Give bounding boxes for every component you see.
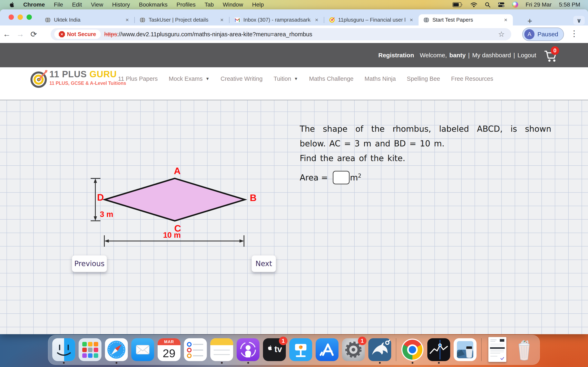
dock-trash-icon[interactable] — [513, 338, 536, 362]
arrowhead-left — [104, 239, 109, 243]
menu-profiles[interactable]: Profiles — [177, 1, 196, 8]
chrome-window: Uktek India × TaskUser | Project details… — [0, 9, 588, 334]
globe-favicon — [139, 17, 146, 23]
running-indicator — [221, 362, 223, 364]
tab-start-test-papers-active[interactable]: Start Test Papers × — [419, 14, 513, 25]
tab-overflow-chevron-icon[interactable]: ∨ — [573, 16, 585, 25]
menu-help[interactable]: Help — [252, 1, 264, 8]
answer-row: Area = m2 — [300, 170, 361, 185]
calendar-day-label: 29 — [158, 345, 181, 361]
address-bar[interactable]: × Not Secure https://www.dev2.11plusguru… — [51, 28, 511, 40]
back-icon[interactable]: ← — [0, 30, 13, 39]
dock-preview-photo-icon[interactable] — [454, 338, 476, 362]
siri-icon[interactable] — [512, 2, 518, 8]
wifi-icon[interactable] — [470, 2, 477, 7]
dock-chrome-icon[interactable] — [401, 338, 424, 362]
brand-target-logo-icon[interactable] — [30, 70, 48, 88]
dock-reminders-icon[interactable] — [184, 338, 207, 362]
dock-mail-icon[interactable] — [131, 338, 154, 362]
width-dimension-label: 10 m — [163, 231, 181, 239]
logout-link[interactable]: Logout — [518, 52, 536, 59]
tab-close-icon[interactable]: × — [124, 17, 130, 23]
dock-finder-icon[interactable] — [52, 338, 75, 362]
bookmark-star-icon[interactable]: ☆ — [495, 30, 508, 39]
apple-menu-icon[interactable] — [9, 2, 14, 8]
menu-app-name[interactable]: Chrome — [23, 1, 45, 8]
dock-minimized-document-icon[interactable] — [486, 338, 509, 362]
window-close-button[interactable] — [9, 15, 14, 20]
tab-11plusguru-financial[interactable]: 11plusguru – Financial user lo × — [324, 14, 419, 25]
menu-edit[interactable]: Edit — [72, 1, 82, 8]
nav-item-11-plus-papers[interactable]: 11 Plus Papers — [118, 75, 158, 82]
cart-button[interactable]: 0 — [542, 47, 560, 64]
dock: MAR 29 — [48, 335, 540, 365]
chevron-down-icon: ▼ — [294, 76, 298, 81]
tab-gmail-inbox[interactable]: Inbox (307) - ramprasadsarka × — [229, 14, 324, 25]
my-dashboard-link[interactable]: My dashboard — [472, 52, 511, 59]
dock-calendar-icon[interactable]: MAR 29 — [158, 338, 181, 362]
next-button[interactable]: Next — [251, 255, 276, 272]
tab-close-icon[interactable]: × — [503, 17, 509, 23]
menu-bookmarks[interactable]: Bookmarks — [139, 1, 167, 8]
tab-close-icon[interactable]: × — [314, 17, 320, 23]
nav-item-maths-challenge[interactable]: Maths Challenge — [309, 75, 354, 82]
dock-system-settings-icon[interactable]: 1 — [342, 338, 365, 362]
menu-window[interactable]: Window — [223, 1, 243, 8]
dock-launchpad-icon[interactable] — [79, 338, 102, 362]
username: banty — [449, 52, 466, 59]
chrome-menu-kebab-icon[interactable]: ⋮ — [570, 29, 578, 38]
tab-uktek-india[interactable]: Uktek India × — [40, 14, 134, 25]
menu-tab[interactable]: Tab — [205, 1, 214, 8]
reload-icon[interactable]: ⟳ — [27, 30, 40, 39]
tab-title: Inbox (307) - ramprasadsarka — [243, 17, 311, 23]
tab-taskuser-project[interactable]: TaskUser | Project details × — [135, 14, 229, 25]
dock-safari-icon[interactable] — [105, 338, 128, 362]
dock-podcasts-icon[interactable] — [237, 338, 259, 362]
menu-history[interactable]: History — [112, 1, 130, 8]
arrowhead-up — [94, 178, 97, 183]
area-answer-input[interactable] — [333, 171, 350, 184]
dock-separator — [396, 338, 396, 361]
url-text[interactable]: https://www.dev2.11plusguru.com/maths-ni… — [104, 31, 495, 38]
nav-item-mock-exams[interactable]: Mock Exams▼ — [169, 75, 210, 82]
previous-button[interactable]: Previous — [72, 255, 107, 272]
menubar-date[interactable]: Fri 29 Mar — [526, 1, 552, 8]
forward-icon[interactable]: → — [13, 30, 27, 39]
nav-item-spelling-bee[interactable]: Spelling Bee — [407, 75, 440, 82]
dock-app-store-icon[interactable] — [316, 338, 338, 362]
running-indicator — [247, 362, 249, 364]
browser-toolbar: ← → ⟳ × Not Secure https://www.dev2.11pl… — [0, 25, 588, 43]
window-zoom-button[interactable] — [26, 15, 32, 20]
running-indicator — [379, 362, 381, 364]
tab-close-icon[interactable]: × — [408, 17, 415, 23]
window-minimize-button[interactable] — [17, 15, 23, 20]
registration-link[interactable]: Registration — [378, 43, 414, 67]
dock-separator — [481, 338, 482, 361]
spotlight-search-icon[interactable] — [485, 2, 490, 8]
nav-item-free-resources[interactable]: Free Resources — [451, 75, 493, 82]
tab-close-icon[interactable]: × — [219, 17, 225, 23]
target-favicon — [329, 17, 335, 23]
menu-view[interactable]: View — [91, 1, 103, 8]
dock-notes-icon[interactable] — [210, 338, 233, 362]
new-tab-button[interactable]: + — [525, 16, 535, 26]
dock-keynote-icon[interactable] — [289, 338, 312, 362]
nav-item-creative-writing[interactable]: Creative Writing — [221, 75, 263, 82]
dock-mysql-workbench-icon[interactable] — [368, 338, 391, 362]
nav-item-tuition[interactable]: Tuition▼ — [274, 75, 298, 82]
running-indicator — [116, 362, 117, 364]
tab-title: Uktek India — [54, 17, 121, 23]
vertex-label-a: A — [174, 166, 181, 176]
calendar-month-label: MAR — [158, 338, 181, 345]
dock-stocks-icon[interactable] — [427, 338, 450, 362]
menu-file[interactable]: File — [54, 1, 63, 8]
nav-item-maths-ninja[interactable]: Maths Ninja — [364, 75, 396, 82]
dock-apple-tv-icon[interactable]: tv 1 — [263, 338, 286, 362]
battery-icon[interactable] — [452, 2, 463, 7]
profile-button[interactable]: A Paused — [522, 27, 564, 41]
control-center-icon[interactable] — [498, 2, 505, 7]
question-text: The shape of the rhombus, labeled ABCD, … — [300, 122, 551, 166]
menubar-time[interactable]: 5:58 PM — [559, 1, 580, 8]
not-secure-chip[interactable]: × Not Secure — [54, 30, 101, 39]
brand-text[interactable]: 11 PLUS GURU 11 PLUS, GCSE & A-Level Tui… — [49, 69, 126, 86]
